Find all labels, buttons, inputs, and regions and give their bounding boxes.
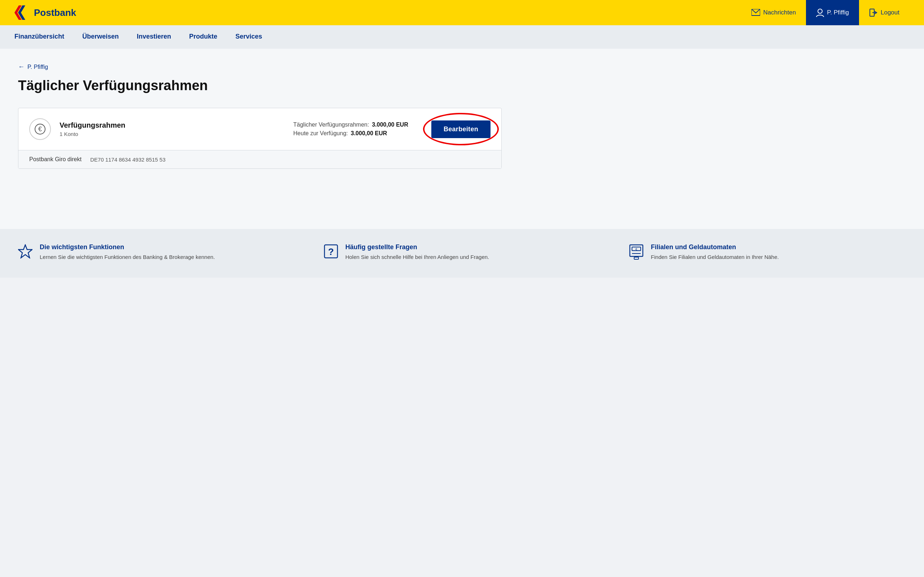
nav-services[interactable]: Services	[235, 26, 262, 49]
svg-text:€: €	[636, 247, 637, 251]
available-today-row: Heute zur Verfügung: 3.000,00 EUR	[294, 130, 408, 137]
svg-text:€: €	[38, 126, 42, 133]
nav-produkte[interactable]: Produkte	[189, 26, 217, 49]
back-arrow-icon: ←	[18, 63, 24, 71]
daily-limit-row: Täglicher Verfügungsrahmen: 3.000,00 EUR	[294, 121, 408, 128]
atm-icon: €	[629, 244, 643, 263]
card-main-section: € Verfügungsrahmen 1 Konto Täglicher Ver…	[18, 108, 501, 150]
verfuegungsrahmen-card: € Verfügungsrahmen 1 Konto Täglicher Ver…	[18, 108, 502, 169]
nav-bar: Finanzübersicht Überweisen Investieren P…	[0, 25, 924, 49]
profile-button[interactable]: P. Pfiffig	[806, 0, 859, 25]
footer-funktionen-desc: Lernen Sie die wichtigsten Funktionen de…	[40, 253, 215, 261]
question-icon: ?	[324, 244, 338, 262]
account-name: Postbank Giro direkt	[29, 156, 82, 163]
header-actions: Nachrichten P. Pfiffig Logout	[741, 0, 909, 25]
postbank-logo-icon	[15, 5, 30, 20]
footer-filialen-text: Filialen und Geldautomaten Finden Sie Fi…	[651, 243, 779, 261]
logout-icon	[869, 8, 878, 17]
mail-icon	[751, 9, 760, 16]
card-subtitle: 1 Konto	[60, 131, 285, 137]
available-today-amount: 3.000,00 EUR	[351, 130, 387, 137]
star-icon	[18, 244, 32, 262]
nav-finanzuebersicht[interactable]: Finanzübersicht	[15, 26, 64, 49]
card-info: Verfügungsrahmen 1 Konto	[60, 121, 285, 137]
footer-faq-desc: Holen Sie sich schnelle Hilfe bei Ihren …	[346, 253, 489, 261]
star-svg	[18, 244, 32, 259]
footer-funktionen-text: Die wichtigsten Funktionen Lernen Sie di…	[40, 243, 215, 261]
footer-faq-text: Häufig gestellte Fragen Holen Sie sich s…	[346, 243, 489, 261]
user-icon	[816, 8, 824, 17]
logout-button[interactable]: Logout	[859, 0, 909, 25]
card-values: Täglicher Verfügungsrahmen: 3.000,00 EUR…	[294, 121, 408, 137]
atm-svg: €	[629, 244, 643, 260]
header: Postbank Nachrichten P. Pfiffig	[0, 0, 924, 25]
breadcrumb-label: P. Pfiffig	[27, 64, 48, 70]
brand-name: Postbank	[34, 7, 76, 18]
nav-investieren[interactable]: Investieren	[137, 26, 171, 49]
footer-funktionen[interactable]: Die wichtigsten Funktionen Lernen Sie di…	[18, 243, 295, 263]
account-iban: DE70 1174 8634 4932 8515 53	[90, 156, 166, 163]
footer-faq-title: Häufig gestellte Fragen	[346, 243, 489, 251]
daily-limit-label: Täglicher Verfügungsrahmen:	[294, 121, 369, 128]
footer-filialen[interactable]: € Filialen und Geldautomaten Finden Sie …	[629, 243, 906, 263]
question-svg: ?	[324, 244, 338, 259]
page-title: Täglicher Verfügungsrahmen	[18, 78, 906, 93]
footer-faq[interactable]: ? Häufig gestellte Fragen Holen Sie sich…	[324, 243, 601, 263]
svg-marker-8	[18, 245, 32, 258]
daily-limit-amount: 3.000,00 EUR	[372, 121, 408, 128]
footer-section: Die wichtigsten Funktionen Lernen Sie di…	[0, 229, 924, 278]
card-sub-row: Postbank Giro direkt DE70 1174 8634 4932…	[18, 150, 501, 168]
nachrichten-button[interactable]: Nachrichten	[741, 0, 806, 25]
footer-filialen-title: Filialen und Geldautomaten	[651, 243, 779, 251]
svg-text:?: ?	[328, 246, 334, 257]
card-title: Verfügungsrahmen	[60, 121, 285, 129]
logo-area[interactable]: Postbank	[15, 5, 76, 20]
nav-ueberweisen[interactable]: Überweisen	[82, 26, 119, 49]
footer-filialen-desc: Finden Sie Filialen und Geldautomaten in…	[651, 253, 779, 261]
bearbeiten-button[interactable]: Bearbeiten	[431, 121, 491, 138]
main-content: ← P. Pfiffig Täglicher Verfügungsrahmen …	[0, 49, 924, 229]
svg-rect-15	[634, 257, 638, 259]
breadcrumb[interactable]: ← P. Pfiffig	[18, 63, 906, 71]
bearbeiten-wrap: Bearbeiten	[431, 121, 491, 138]
available-today-label: Heute zur Verfügung:	[294, 130, 348, 137]
footer-funktionen-title: Die wichtigsten Funktionen	[40, 243, 215, 251]
card-icon: €	[29, 118, 51, 140]
euro-circular-icon: €	[34, 123, 46, 135]
svg-point-3	[818, 9, 822, 13]
